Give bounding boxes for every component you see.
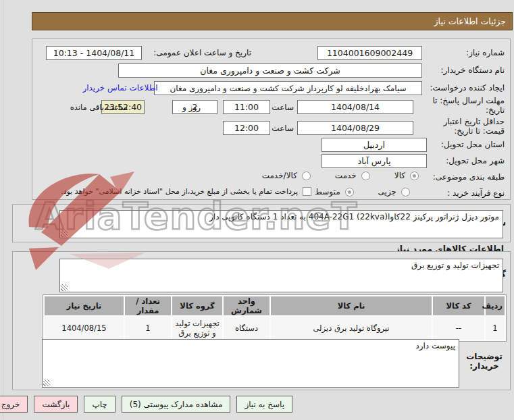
print-button[interactable]: چاپ [84, 396, 115, 413]
reply-deadline-time-field[interactable]: 11:00 [223, 100, 270, 114]
back-button[interactable]: بازگشت [34, 396, 78, 413]
delivery-province-field[interactable]: اردبیل [322, 138, 427, 152]
announce-datetime-label: تاریخ و ساعت اعلان عمومی: [153, 48, 251, 57]
radio-partial-label: جزیی [378, 187, 396, 196]
general-description-text: موتور دیزل ژنراتور پرکینز 22کاوا(22kva) … [209, 212, 499, 221]
reply-deadline-label: مهلت ارسال پاسخ: تا تاریخ: [425, 96, 505, 115]
validity-hour-label: ساعت [272, 124, 294, 133]
page: جزئیات اطلاعات نیاز شماره نیاز: 11040016… [0, 0, 514, 420]
delivery-province-label: استان محل تحویل: [441, 140, 505, 149]
buyer-comments-textarea[interactable]: پیوست دارد [42, 339, 459, 388]
request-creator-field[interactable]: سیامک بهرادخلیفه لو کارپرداز شرکت کشت و … [154, 81, 422, 95]
buyer-comments-label: توضیحات خریدار: [463, 352, 506, 371]
price-validity-time-field[interactable]: 12:00 [223, 121, 270, 135]
delivery-city-field[interactable]: پارس آباد [322, 154, 427, 168]
cell-item-name: نیروگاه تولید برق دیزلی [271, 317, 432, 340]
need-number-field[interactable]: 1104001609002449 [317, 46, 422, 60]
cell-group: تجهیزات تولید و توزیع برق [172, 317, 222, 340]
cell-item-code: -- [433, 317, 484, 340]
page-title-bar: جزئیات اطلاعات نیاز [32, 12, 513, 30]
table-header-row: ردیف کد کالا نام کالا واحد شمارش گروه کا… [45, 296, 505, 315]
purchase-process-label: نوع فرآیند خرید : [447, 188, 505, 198]
radio-goods-service[interactable] [302, 172, 311, 180]
treasury-checkbox-label: پرداخت تمام یا بخشی از مبلغ خرید،از محل … [61, 187, 298, 196]
radio-medium[interactable] [345, 188, 354, 196]
cell-unit: دستگاه [224, 317, 269, 340]
buyer-org-label: نام دستگاه خریدار: [441, 65, 505, 75]
reply-deadline-date-field[interactable]: 1404/08/14 [297, 100, 413, 114]
treasury-checkbox[interactable] [303, 187, 311, 196]
reply-to-need-button[interactable]: پاسخ به نیاز [236, 396, 292, 413]
radio-medium-label: متوسط [315, 187, 340, 196]
radio-goods-service-label: کالا/خدمت [262, 171, 297, 180]
view-attachments-button[interactable]: مشاهده مدارک پیوستی (5) [122, 396, 231, 413]
col-unit: واحد شمارش [224, 296, 269, 315]
col-need-date: تاریخ نیاز [45, 296, 124, 315]
cell-need-date: 1404/08/15 [45, 317, 124, 340]
need-number-label: شماره نیاز: [466, 48, 505, 57]
subject-classification-label: طبقه بندی موضوعی: [433, 172, 505, 182]
general-description-textarea[interactable]: موتور دیزل ژنراتور پرکینز 22کاوا(22kva) … [59, 210, 503, 238]
remaining-days-label: روز و [182, 103, 201, 112]
cell-row-number: 1 [486, 317, 505, 340]
radio-goods-label: کالا [394, 171, 405, 180]
footer-button-row: پاسخ به نیاز مشاهده مدارک پیوستی (5) چاپ… [0, 396, 292, 413]
buyer-org-field[interactable]: شرکت کشت و صنعت و دامپروری مغان [118, 63, 422, 78]
radio-service[interactable] [361, 172, 370, 180]
page-title: جزئیات اطلاعات نیاز [434, 16, 506, 26]
exit-button[interactable]: خروج [0, 396, 28, 413]
goods-table: ردیف کد کالا نام کالا واحد شمارش گروه کا… [43, 294, 507, 342]
general-description-panel: شرح کلي نیاز: موتور دیزل ژنراتور پرکینز … [12, 204, 511, 242]
col-row-number: ردیف [486, 296, 505, 315]
delivery-city-label: شهر محل تحویل: [446, 156, 505, 165]
radio-service-label: خدمت [335, 171, 357, 180]
resize-grip-icon[interactable] [43, 379, 50, 386]
deadline-hour-label: ساعت [272, 103, 294, 112]
radio-partial[interactable] [401, 188, 410, 196]
col-item-code: کد کالا [433, 296, 484, 315]
announce-datetime-field[interactable]: 1404/08/11 - 10:13 [46, 46, 142, 60]
cell-quantity: 1 [125, 317, 171, 340]
need-info-panel: شماره نیاز: 1104001609002449 تاریخ و ساع… [32, 38, 511, 200]
table-row: 1 -- نیروگاه تولید برق دیزلی دستگاه تجهی… [45, 317, 505, 340]
buyer-comments-text: پیوست دارد [415, 341, 455, 350]
radio-goods[interactable] [410, 172, 419, 180]
goods-group-textarea[interactable]: تجهیزات تولید و توزیع برق [59, 259, 503, 292]
col-item-name: نام کالا [271, 296, 432, 315]
goods-group-text: تجهیزات تولید و توزیع برق [411, 261, 499, 270]
resize-grip-icon[interactable] [61, 230, 68, 237]
col-quantity: تعداد / مقدار [125, 296, 171, 315]
price-validity-date-field[interactable]: 1404/08/29 [297, 121, 413, 135]
price-validity-label: حداقل تاریخ اعتبار قیمت: تا تاریخ: [425, 117, 505, 136]
page-edge-divider [3, 0, 3, 420]
goods-info-panel: گروه کالا: تجهیزات تولید و توزیع برق ردی… [12, 251, 511, 390]
resize-grip-icon[interactable] [61, 284, 68, 291]
col-group: گروه کالا [172, 296, 222, 315]
buyer-contact-link[interactable]: اطلاعات تماس خریدار [61, 83, 180, 93]
remaining-suffix-label: ساعت باقی مانده [70, 103, 128, 112]
request-creator-label: ایجاد کننده درخواست: [430, 83, 505, 93]
